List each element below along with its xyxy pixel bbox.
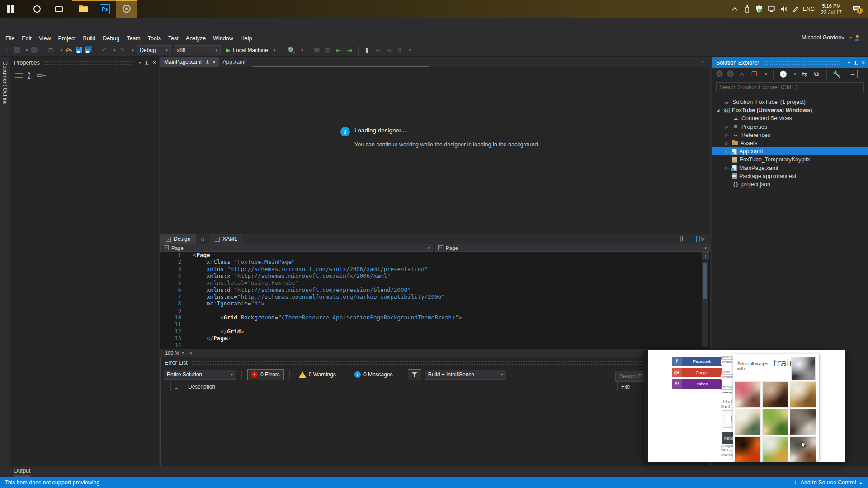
captcha-image-coffee-cookie[interactable] [790,436,816,462]
photoshop-button[interactable]: Ps [94,0,116,18]
window-position-dropdown[interactable]: ▾ [848,61,850,65]
menu-edit[interactable]: Edit [18,34,35,43]
captcha-image-train-locomotive[interactable] [791,357,816,380]
zoom-dropdown[interactable]: ▾ [182,351,184,355]
user-account[interactable]: Michael Gordeev ▾ [802,34,860,41]
collapsed-arrow-icon[interactable]: ▷ [724,141,730,145]
new-file-button[interactable]: 🗋 [47,47,55,54]
captcha-image-chocolate-dessert[interactable] [762,381,788,408]
vertical-split-button[interactable]: ▏ [680,236,687,242]
collapsed-arrow-icon[interactable]: ▷ [724,125,730,129]
tab-mainpage-xaml[interactable]: MainPage.xaml × [160,57,219,67]
menu-file[interactable]: File [2,34,18,43]
code-line-5[interactable]: 5 xmlns:local="using:FoxTube" [160,279,710,286]
save-button[interactable] [76,47,82,53]
tree-item-mainpage-xaml[interactable]: ▷MainPage.xaml [712,164,868,172]
captcha-image-salad-bowl[interactable] [762,436,788,462]
pin-icon[interactable] [205,60,209,65]
error-scope-dropdown[interactable]: Entire Solution▾ [164,370,236,380]
alphabetical-sort-button[interactable]: AZ↓ [28,72,32,79]
captcha-image-breakfast-plate[interactable] [735,409,761,435]
target-dropdown[interactable]: ▾ [274,48,276,52]
home-button[interactable]: ⌂ [738,70,746,78]
newsletter-checkbox-row[interactable]: Get I [721,400,732,403]
horizontal-split-button[interactable]: — [690,236,697,242]
pin-icon[interactable] [145,60,149,66]
show-all-files-toggle[interactable]: ▬ [848,70,858,78]
menu-window[interactable]: Window [209,34,236,43]
solution-configuration-dropdown[interactable]: Debug▾ [137,45,171,55]
design-view-tab[interactable]: ■ Design [160,234,196,244]
code-line-6[interactable]: 6 xmlns:d="http://schemas.microsoft.com/… [160,286,710,293]
errors-filter-button[interactable]: ×0 Errors [247,369,284,380]
messages-filter-button[interactable]: i0 Messages [351,369,396,380]
sync-with-active-document-button[interactable]: ⇆ [800,70,808,78]
code-line-7[interactable]: 7 xmlns:mc="http://schemas.openxmlformat… [160,293,710,300]
code-line-3[interactable]: 3 xmlns="http://schemas.microsoft.com/wi… [160,266,710,272]
solution-explorer-search-input[interactable] [716,82,864,92]
switch-views-button[interactable]: ❐ [750,70,758,78]
save-all-button[interactable] [85,47,90,53]
tree-item-foxtube-temporarykey-pfx[interactable]: FoxTube_TemporaryKey.pfx [712,155,868,164]
undo-button[interactable]: ↶ [100,47,108,54]
build-intellisense-dropdown[interactable]: Build + IntelliSense▾ [425,370,506,380]
categorized-view-button[interactable] [15,72,23,79]
yahoo-login-button[interactable]: Y!Yahoo [672,379,722,389]
horizontal-scrollbar[interactable]: ◀ [188,350,701,356]
network-tray-icon[interactable] [765,0,778,18]
toolbar-overflow-dropdown[interactable]: ▾ [409,48,411,52]
description-column-header[interactable]: Description [184,382,618,391]
cortana-button[interactable] [26,0,48,18]
navigate-back-button[interactable]: ‹ [14,47,20,53]
previous-bookmark-button[interactable]: ↩ [374,47,382,54]
code-line-13[interactable]: 13 </Page> [160,335,710,342]
pin-icon[interactable] [854,60,858,66]
collapsed-arrow-icon[interactable]: ▷ [724,149,730,154]
code-line-12[interactable]: 12 </Grid> [160,328,710,335]
tray-expand-chevron[interactable] [729,0,741,18]
captcha-image-strawberry-cake[interactable] [735,381,761,408]
tree-item-solution-foxtube-1-project-[interactable]: ∞Solution 'FoxTube' (1 project) [712,98,868,106]
menu-project[interactable]: Project [55,34,80,43]
code-line-8[interactable]: 8 mc:Ignorable="d"> [160,300,710,307]
decrease-indent-button[interactable]: ⇤ [335,47,343,54]
code-line-1[interactable]: 1<Page [160,252,710,258]
toggle-bookmark-button[interactable]: ▮ [363,47,371,54]
splitter-grip[interactable]: ↕ [702,252,709,260]
tree-item-foxtube-universal-windows-[interactable]: ◢C#FoxTube (Universal Windows) [712,106,868,114]
captcha-image-pancakes-coffee[interactable] [790,381,816,408]
start-debugging-button[interactable]: ▶ Local Machine ▾ [223,47,278,53]
properties-button[interactable]: 🔧 [833,70,841,78]
menu-build[interactable]: Build [79,34,99,43]
terms-link[interactable]: IGN User [721,449,734,452]
undo-dropdown[interactable]: ▾ [113,48,116,52]
scrollbar-thumb[interactable] [703,263,707,299]
file-explorer-button[interactable] [72,0,94,18]
tree-item-assets[interactable]: ▷Assets [712,139,868,147]
document-outline-tab[interactable]: Document Outline [2,61,8,105]
start-button[interactable] [0,0,22,18]
warnings-filter-button[interactable]: !0 Warnings [295,369,340,380]
code-line-10[interactable]: 10 <Grid Background="{ThemeResource Appl… [160,314,710,321]
comment-button[interactable]: ▤ [313,47,321,54]
se-back-button[interactable]: ‹ [716,70,723,77]
tab-list-dropdown[interactable]: ▾ [702,59,704,64]
find-dropdown[interactable]: ▾ [301,48,303,52]
expanded-arrow-icon[interactable]: ◢ [715,108,721,113]
captcha-image-glowing-bowl[interactable] [735,436,761,462]
tree-item-package-appxmanifest[interactable]: Package.appxmanifest [712,172,868,180]
xaml-view-tab[interactable]: <> XAML [209,234,243,244]
tree-item-app-xaml[interactable]: ▷App.xaml [712,147,868,155]
increase-indent-button[interactable]: ⇥ [345,47,354,54]
captcha-image-coffee-beans-cup[interactable] [790,409,816,435]
recaptcha-checkbox[interactable] [726,416,732,422]
defender-tray-icon[interactable] [753,0,765,18]
new-file-dropdown[interactable]: ▾ [61,48,63,52]
breadcrumb-dropdown[interactable]: ▾ [428,246,430,250]
uncomment-button[interactable]: ▥ [324,47,332,54]
window-position-dropdown[interactable]: ▾ [139,61,141,65]
next-bookmark-button[interactable]: ↪ [385,47,393,54]
severity-column-icon[interactable] [171,382,184,391]
scroll-left-arrow[interactable]: ◀ [188,351,192,355]
usb-tray-icon[interactable] [741,0,753,18]
